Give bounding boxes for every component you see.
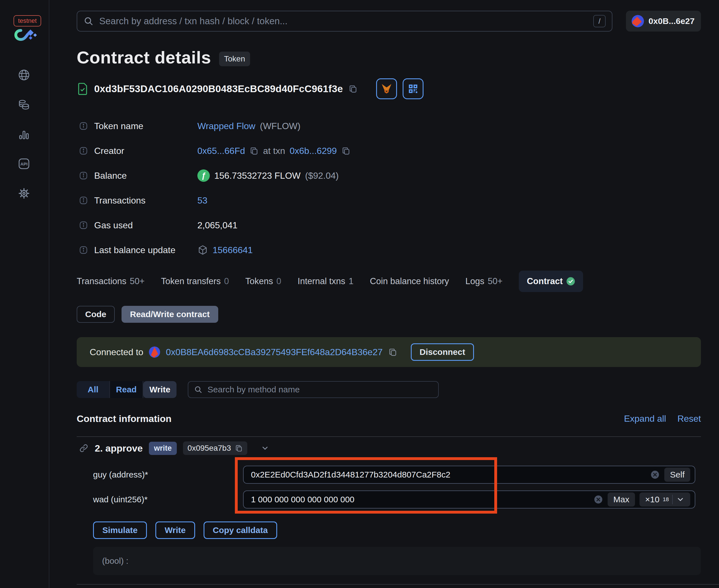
info-icon[interactable] bbox=[79, 122, 88, 130]
qr-code-icon bbox=[407, 83, 419, 94]
transactions-count-link[interactable]: 53 bbox=[198, 195, 207, 206]
method-type-filter: All Read Write bbox=[77, 381, 177, 398]
wallet-button[interactable]: 0x0B...6e27 bbox=[626, 11, 701, 31]
write-button[interactable]: Write bbox=[156, 522, 195, 539]
info-icon[interactable] bbox=[79, 171, 88, 180]
info-icon[interactable] bbox=[79, 221, 88, 230]
sidebar: testnet bbox=[0, 0, 49, 588]
contract-subtabs: Code Read/Write contract bbox=[77, 306, 218, 323]
copy-address-icon[interactable] bbox=[349, 84, 357, 93]
filter-write[interactable]: Write bbox=[143, 381, 177, 398]
block-cube-icon bbox=[198, 245, 208, 255]
connected-address-link[interactable]: 0x0B8EA6d6983cCBa39275493FEf648a2D64B36e… bbox=[166, 347, 383, 357]
contract-details-page: testnet bbox=[0, 0, 719, 588]
creator-address-link[interactable]: 0x65...66Fd bbox=[198, 146, 245, 156]
sidebar-item-settings[interactable] bbox=[18, 187, 30, 200]
field-row-guy: guy (address)* Self bbox=[49, 466, 719, 484]
info-row-token-name: Token name Wrapped Flow (WFLOW) bbox=[79, 119, 301, 133]
info-row-last-balance-update: Last balance update 15666641 bbox=[79, 243, 253, 257]
info-row-creator: Creator 0x65...66Fd at txn 0x6b...6299 bbox=[79, 144, 350, 158]
tab-token-transfers[interactable]: Token transfers0 bbox=[161, 276, 229, 287]
expand-all-link[interactable]: Expand all bbox=[624, 414, 666, 424]
info-icon[interactable] bbox=[79, 146, 88, 155]
copy-connected-address-icon[interactable] bbox=[388, 348, 397, 357]
sidebar-item-charts[interactable] bbox=[18, 128, 30, 141]
filter-all[interactable]: All bbox=[77, 381, 110, 398]
anchor-link-icon[interactable] bbox=[79, 443, 88, 453]
api-icon: API bbox=[18, 157, 30, 170]
search-input[interactable] bbox=[99, 16, 588, 27]
page-title: Contract details bbox=[77, 47, 211, 67]
guy-address-input[interactable] bbox=[250, 469, 646, 480]
connected-avatar bbox=[149, 346, 160, 358]
info-row-gas-used: Gas used 2,065,041 bbox=[79, 218, 238, 232]
max-button[interactable]: Max bbox=[608, 492, 635, 506]
simulate-button[interactable]: Simulate bbox=[93, 522, 147, 539]
globe-icon bbox=[18, 68, 30, 82]
sidebar-item-tokens[interactable] bbox=[18, 98, 30, 111]
self-button[interactable]: Self bbox=[664, 468, 690, 482]
method-name[interactable]: 2. approve bbox=[95, 443, 143, 454]
contract-information-title: Contract information bbox=[77, 413, 171, 424]
tab-transactions[interactable]: Transactions50+ bbox=[77, 276, 145, 287]
creation-txn-link[interactable]: 0x6b...6299 bbox=[290, 146, 337, 156]
divider bbox=[77, 436, 701, 437]
disconnect-button[interactable]: Disconnect bbox=[411, 343, 474, 361]
token-symbol: (WFLOW) bbox=[260, 121, 301, 131]
tab-internal-txns[interactable]: Internal txns1 bbox=[298, 276, 354, 287]
svg-text:API: API bbox=[20, 162, 28, 166]
wad-input-wrap: Max ×1018 bbox=[243, 490, 695, 508]
tab-coin-balance-history[interactable]: Coin balance history bbox=[370, 276, 449, 287]
info-icon[interactable] bbox=[79, 196, 88, 205]
wallet-avatar bbox=[632, 15, 644, 27]
gas-used-value: 2,065,041 bbox=[198, 220, 238, 231]
clear-guy-icon[interactable] bbox=[650, 470, 660, 480]
clear-wad-icon[interactable] bbox=[594, 495, 603, 504]
multiplier-dropdown[interactable]: ×1018 bbox=[639, 492, 690, 506]
qr-code-button[interactable] bbox=[403, 78, 424, 99]
method-search-input[interactable] bbox=[207, 384, 433, 395]
copy-calldata-button[interactable]: Copy calldata bbox=[204, 522, 277, 539]
search-icon bbox=[194, 385, 202, 394]
multiplier-chevron-icon bbox=[676, 495, 684, 504]
info-row-transactions: Transactions 53 bbox=[79, 193, 207, 208]
wad-uint256-input[interactable] bbox=[250, 495, 589, 505]
connected-to-label: Connected to bbox=[90, 347, 143, 357]
copy-txn-icon[interactable] bbox=[342, 146, 350, 155]
filter-read[interactable]: Read bbox=[110, 381, 143, 398]
write-badge: write bbox=[149, 442, 177, 455]
collapse-method-chevron-icon[interactable] bbox=[261, 444, 269, 453]
reset-link[interactable]: Reset bbox=[677, 414, 701, 424]
copy-creator-icon[interactable] bbox=[249, 146, 259, 155]
app-logo[interactable] bbox=[14, 27, 39, 43]
method-output-panel: (bool) : bbox=[93, 547, 701, 575]
at-txn-label: at txn bbox=[263, 146, 285, 156]
tab-bar: Transactions50+ Token transfers0 Tokens0… bbox=[77, 268, 583, 294]
last-block-link[interactable]: 15666641 bbox=[212, 245, 253, 255]
code-tab-button[interactable]: Code bbox=[77, 306, 115, 323]
info-icon[interactable] bbox=[79, 246, 88, 254]
verified-check-icon bbox=[566, 277, 575, 286]
sidebar-item-blockchain[interactable] bbox=[18, 68, 30, 82]
bar-chart-icon bbox=[18, 128, 30, 141]
testnet-badge: testnet bbox=[14, 15, 41, 26]
method-selector-badge: 0x095ea7b3 bbox=[183, 441, 247, 455]
token-name-link[interactable]: Wrapped Flow bbox=[198, 121, 255, 131]
coins-icon bbox=[18, 98, 30, 111]
global-search[interactable]: / bbox=[77, 11, 612, 31]
add-to-metamask-button[interactable] bbox=[376, 78, 397, 99]
tab-tokens[interactable]: Tokens0 bbox=[245, 276, 281, 287]
method-search[interactable] bbox=[188, 381, 439, 398]
read-write-contract-tab-button[interactable]: Read/Write contract bbox=[122, 306, 218, 323]
keyboard-shortcut-hint: / bbox=[593, 15, 605, 27]
info-row-balance: Balance ƒ 156.73532723 FLOW ($92.04) bbox=[79, 169, 338, 183]
tab-contract[interactable]: Contract bbox=[519, 271, 583, 292]
main-content: / 0x0B...6e27 Contract details Token bbox=[49, 0, 719, 588]
sidebar-item-api[interactable]: API bbox=[18, 157, 30, 170]
contract-address: 0xd3bF53DAC106A0290B0483EcBC89d40FcC961f… bbox=[94, 83, 343, 94]
field-row-wad: wad (uint256)* Max ×1018 bbox=[49, 490, 719, 508]
guy-field-label: guy (address)* bbox=[93, 470, 148, 480]
gear-icon bbox=[18, 187, 30, 200]
tab-logs[interactable]: Logs50+ bbox=[466, 276, 503, 287]
copy-selector-icon[interactable] bbox=[235, 444, 243, 452]
